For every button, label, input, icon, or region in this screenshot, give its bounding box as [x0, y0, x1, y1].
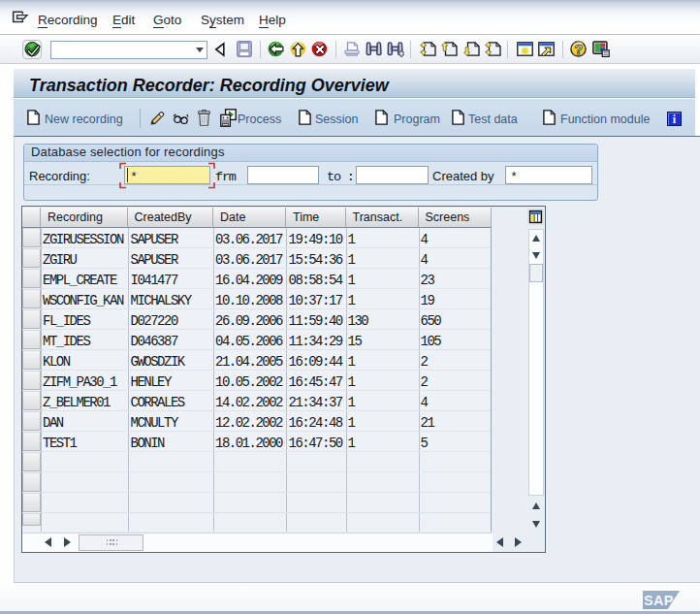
svg-text:SAP: SAP	[644, 593, 674, 608]
svg-text:?: ?	[574, 42, 583, 57]
